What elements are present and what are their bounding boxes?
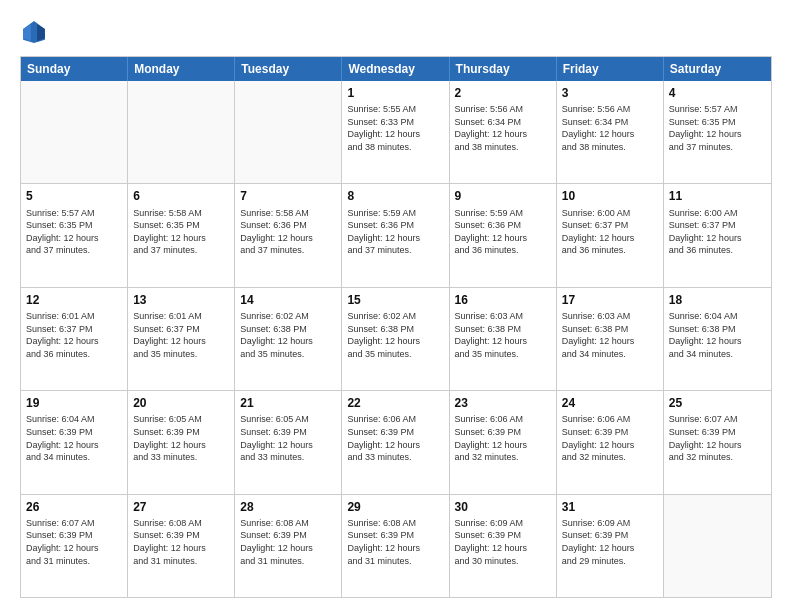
day-details: Sunrise: 6:01 AM Sunset: 6:37 PM Dayligh… [26,310,122,360]
day-cell-26: 26Sunrise: 6:07 AM Sunset: 6:39 PM Dayli… [21,495,128,597]
weekday-header-tuesday: Tuesday [235,57,342,81]
day-number: 25 [669,395,766,411]
day-details: Sunrise: 6:05 AM Sunset: 6:39 PM Dayligh… [240,413,336,463]
day-number: 17 [562,292,658,308]
day-details: Sunrise: 6:02 AM Sunset: 6:38 PM Dayligh… [347,310,443,360]
day-number: 2 [455,85,551,101]
weekday-header-wednesday: Wednesday [342,57,449,81]
day-details: Sunrise: 6:03 AM Sunset: 6:38 PM Dayligh… [455,310,551,360]
day-cell-16: 16Sunrise: 6:03 AM Sunset: 6:38 PM Dayli… [450,288,557,390]
calendar-row-1: 1Sunrise: 5:55 AM Sunset: 6:33 PM Daylig… [21,81,771,184]
day-number: 13 [133,292,229,308]
day-details: Sunrise: 5:55 AM Sunset: 6:33 PM Dayligh… [347,103,443,153]
day-details: Sunrise: 5:58 AM Sunset: 6:36 PM Dayligh… [240,207,336,257]
day-cell-23: 23Sunrise: 6:06 AM Sunset: 6:39 PM Dayli… [450,391,557,493]
day-number: 8 [347,188,443,204]
day-cell-20: 20Sunrise: 6:05 AM Sunset: 6:39 PM Dayli… [128,391,235,493]
weekday-header-monday: Monday [128,57,235,81]
day-number: 28 [240,499,336,515]
day-number: 9 [455,188,551,204]
day-number: 16 [455,292,551,308]
day-number: 20 [133,395,229,411]
day-cell-25: 25Sunrise: 6:07 AM Sunset: 6:39 PM Dayli… [664,391,771,493]
day-details: Sunrise: 6:07 AM Sunset: 6:39 PM Dayligh… [669,413,766,463]
day-details: Sunrise: 6:08 AM Sunset: 6:39 PM Dayligh… [240,517,336,567]
day-number: 15 [347,292,443,308]
day-cell-3: 3Sunrise: 5:56 AM Sunset: 6:34 PM Daylig… [557,81,664,183]
day-cell-19: 19Sunrise: 6:04 AM Sunset: 6:39 PM Dayli… [21,391,128,493]
day-number: 4 [669,85,766,101]
day-details: Sunrise: 5:59 AM Sunset: 6:36 PM Dayligh… [455,207,551,257]
empty-cell-0-0 [21,81,128,183]
weekday-header-thursday: Thursday [450,57,557,81]
calendar-body: 1Sunrise: 5:55 AM Sunset: 6:33 PM Daylig… [21,81,771,597]
logo [20,18,52,46]
day-number: 6 [133,188,229,204]
day-cell-28: 28Sunrise: 6:08 AM Sunset: 6:39 PM Dayli… [235,495,342,597]
day-cell-14: 14Sunrise: 6:02 AM Sunset: 6:38 PM Dayli… [235,288,342,390]
day-number: 12 [26,292,122,308]
day-number: 31 [562,499,658,515]
day-details: Sunrise: 6:00 AM Sunset: 6:37 PM Dayligh… [669,207,766,257]
day-cell-10: 10Sunrise: 6:00 AM Sunset: 6:37 PM Dayli… [557,184,664,286]
day-cell-24: 24Sunrise: 6:06 AM Sunset: 6:39 PM Dayli… [557,391,664,493]
day-details: Sunrise: 6:00 AM Sunset: 6:37 PM Dayligh… [562,207,658,257]
day-cell-1: 1Sunrise: 5:55 AM Sunset: 6:33 PM Daylig… [342,81,449,183]
day-cell-17: 17Sunrise: 6:03 AM Sunset: 6:38 PM Dayli… [557,288,664,390]
day-number: 19 [26,395,122,411]
day-details: Sunrise: 6:05 AM Sunset: 6:39 PM Dayligh… [133,413,229,463]
day-cell-2: 2Sunrise: 5:56 AM Sunset: 6:34 PM Daylig… [450,81,557,183]
day-details: Sunrise: 5:56 AM Sunset: 6:34 PM Dayligh… [562,103,658,153]
day-number: 18 [669,292,766,308]
day-cell-8: 8Sunrise: 5:59 AM Sunset: 6:36 PM Daylig… [342,184,449,286]
day-number: 3 [562,85,658,101]
day-details: Sunrise: 6:06 AM Sunset: 6:39 PM Dayligh… [347,413,443,463]
calendar-row-4: 19Sunrise: 6:04 AM Sunset: 6:39 PM Dayli… [21,391,771,494]
day-cell-12: 12Sunrise: 6:01 AM Sunset: 6:37 PM Dayli… [21,288,128,390]
day-number: 14 [240,292,336,308]
day-cell-4: 4Sunrise: 5:57 AM Sunset: 6:35 PM Daylig… [664,81,771,183]
day-number: 30 [455,499,551,515]
day-cell-21: 21Sunrise: 6:05 AM Sunset: 6:39 PM Dayli… [235,391,342,493]
day-number: 11 [669,188,766,204]
day-cell-15: 15Sunrise: 6:02 AM Sunset: 6:38 PM Dayli… [342,288,449,390]
day-number: 7 [240,188,336,204]
day-number: 10 [562,188,658,204]
day-details: Sunrise: 6:08 AM Sunset: 6:39 PM Dayligh… [133,517,229,567]
day-number: 29 [347,499,443,515]
day-cell-6: 6Sunrise: 5:58 AM Sunset: 6:35 PM Daylig… [128,184,235,286]
day-number: 22 [347,395,443,411]
weekday-header-friday: Friday [557,57,664,81]
day-number: 5 [26,188,122,204]
day-details: Sunrise: 6:08 AM Sunset: 6:39 PM Dayligh… [347,517,443,567]
day-details: Sunrise: 6:02 AM Sunset: 6:38 PM Dayligh… [240,310,336,360]
calendar-row-2: 5Sunrise: 5:57 AM Sunset: 6:35 PM Daylig… [21,184,771,287]
day-details: Sunrise: 5:57 AM Sunset: 6:35 PM Dayligh… [669,103,766,153]
day-details: Sunrise: 6:04 AM Sunset: 6:39 PM Dayligh… [26,413,122,463]
day-number: 24 [562,395,658,411]
calendar-row-5: 26Sunrise: 6:07 AM Sunset: 6:39 PM Dayli… [21,495,771,597]
day-details: Sunrise: 5:56 AM Sunset: 6:34 PM Dayligh… [455,103,551,153]
calendar-header: SundayMondayTuesdayWednesdayThursdayFrid… [21,57,771,81]
day-number: 27 [133,499,229,515]
day-cell-7: 7Sunrise: 5:58 AM Sunset: 6:36 PM Daylig… [235,184,342,286]
page: SundayMondayTuesdayWednesdayThursdayFrid… [0,0,792,612]
day-details: Sunrise: 5:59 AM Sunset: 6:36 PM Dayligh… [347,207,443,257]
day-cell-29: 29Sunrise: 6:08 AM Sunset: 6:39 PM Dayli… [342,495,449,597]
day-cell-5: 5Sunrise: 5:57 AM Sunset: 6:35 PM Daylig… [21,184,128,286]
day-cell-31: 31Sunrise: 6:09 AM Sunset: 6:39 PM Dayli… [557,495,664,597]
day-details: Sunrise: 6:09 AM Sunset: 6:39 PM Dayligh… [562,517,658,567]
day-cell-9: 9Sunrise: 5:59 AM Sunset: 6:36 PM Daylig… [450,184,557,286]
empty-cell-0-2 [235,81,342,183]
weekday-header-sunday: Sunday [21,57,128,81]
calendar: SundayMondayTuesdayWednesdayThursdayFrid… [20,56,772,598]
day-cell-22: 22Sunrise: 6:06 AM Sunset: 6:39 PM Dayli… [342,391,449,493]
empty-cell-0-1 [128,81,235,183]
day-details: Sunrise: 5:57 AM Sunset: 6:35 PM Dayligh… [26,207,122,257]
day-cell-11: 11Sunrise: 6:00 AM Sunset: 6:37 PM Dayli… [664,184,771,286]
day-details: Sunrise: 6:03 AM Sunset: 6:38 PM Dayligh… [562,310,658,360]
weekday-header-saturday: Saturday [664,57,771,81]
day-details: Sunrise: 6:07 AM Sunset: 6:39 PM Dayligh… [26,517,122,567]
calendar-row-3: 12Sunrise: 6:01 AM Sunset: 6:37 PM Dayli… [21,288,771,391]
day-cell-30: 30Sunrise: 6:09 AM Sunset: 6:39 PM Dayli… [450,495,557,597]
